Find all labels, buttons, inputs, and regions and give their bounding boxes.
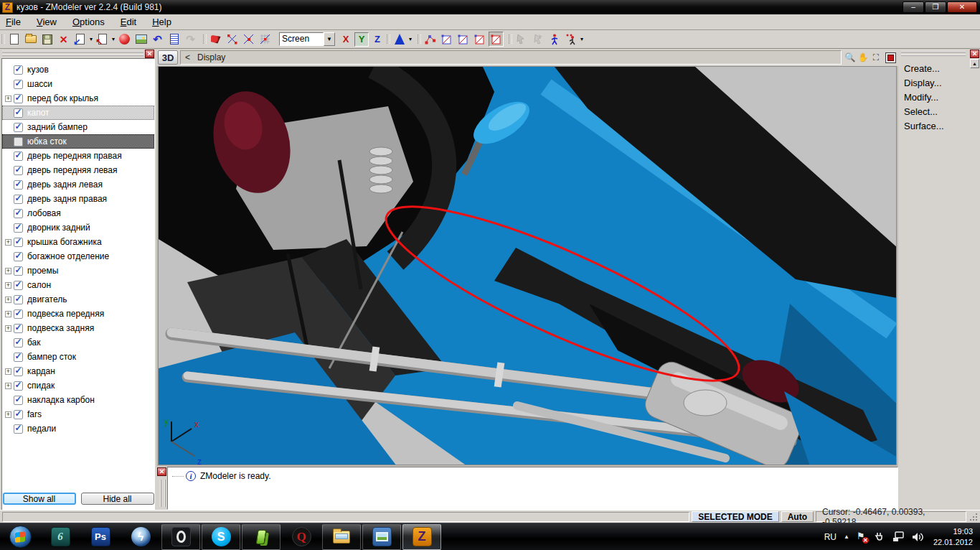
menu-file[interactable]: File (0, 15, 31, 29)
expand-plus-icon[interactable]: + (5, 411, 11, 418)
taskbar-zmodeler-button[interactable]: Z (402, 524, 441, 550)
visibility-checkbox[interactable]: ✓ (14, 209, 23, 218)
breadcrumb-back-icon[interactable]: < (185, 52, 190, 62)
show-hidden-icons-icon[interactable]: ▲ (844, 533, 849, 540)
layer-row[interactable]: +✓бак (2, 335, 154, 350)
visibility-checkbox[interactable]: ✓ (14, 137, 23, 146)
pan-icon[interactable]: ✋ (857, 51, 870, 64)
layer-row[interactable]: +✓крышка богажника (2, 235, 154, 249)
expand-plus-icon[interactable]: + (5, 239, 11, 246)
layer-row[interactable]: +✓проемы (2, 264, 154, 278)
command-create[interactable]: Create... (904, 62, 969, 76)
save-icon[interactable] (39, 32, 55, 47)
title-bar[interactable]: Z кузов - ZModeler ver 2.2.4 (Build 981)… (0, 0, 980, 14)
action-center-icon[interactable] (857, 532, 867, 542)
visibility-checkbox[interactable]: ✓ (14, 180, 23, 190)
axis-z-button[interactable]: Z (370, 32, 385, 47)
clock[interactable]: 19:03 22.01.2012 (933, 526, 973, 547)
visibility-checkbox[interactable]: ✓ (14, 338, 23, 348)
cube-object-active-icon[interactable] (489, 32, 504, 47)
language-indicator[interactable]: RU (824, 532, 837, 542)
cube-edges-2-icon[interactable] (456, 32, 471, 47)
vertices-level-icon[interactable] (423, 32, 438, 47)
delete-icon[interactable]: ✕ (56, 32, 71, 47)
visibility-checkbox[interactable]: ✓ (14, 65, 23, 75)
visibility-checkbox[interactable]: ✓ (14, 367, 23, 376)
layer-row[interactable]: +✓бампер сток (2, 350, 154, 364)
open-folder-icon[interactable] (23, 32, 38, 47)
menu-options[interactable]: Options (67, 15, 115, 29)
layer-row[interactable]: +✓юбка сток (2, 134, 154, 149)
hide-all-button[interactable]: Hide all (81, 493, 154, 505)
taskbar-explorer-button[interactable] (322, 524, 361, 550)
history-log-icon[interactable] (166, 32, 182, 47)
cube-faces-icon[interactable] (472, 32, 487, 47)
layer-row[interactable]: +✓дверь передняя правая (2, 149, 154, 163)
menu-help[interactable]: Help (146, 15, 182, 29)
dropdown-arrow-icon[interactable]: ▾ (112, 36, 115, 42)
layer-row[interactable]: +✓педали (2, 421, 154, 436)
visibility-checkbox[interactable]: ✓ (14, 266, 23, 276)
cone-icon[interactable] (392, 32, 407, 47)
layer-row[interactable]: +✓дверь задня правая (2, 192, 154, 206)
resize-grip[interactable] (969, 512, 979, 522)
texture-image-icon[interactable] (133, 32, 149, 47)
taskbar-opera-button[interactable] (161, 524, 200, 550)
visibility-checkbox[interactable]: ✓ (14, 410, 23, 419)
viewport-canvas[interactable]: y x z (158, 66, 897, 465)
expand-plus-icon[interactable]: + (5, 383, 11, 389)
visibility-checkbox[interactable]: ✓ (14, 324, 23, 333)
layer-row[interactable]: +✓перед бок крылья (2, 91, 154, 106)
lasso-icon[interactable] (514, 32, 529, 47)
auto-button[interactable]: Auto (781, 511, 814, 522)
layer-row[interactable]: +✓подвеска задняя (2, 321, 154, 335)
visibility-checkbox[interactable]: ✓ (14, 424, 23, 434)
command-select[interactable]: Select... (904, 105, 969, 119)
material-sphere-icon[interactable] (117, 32, 132, 47)
panel-drag-grip[interactable] (2, 51, 143, 56)
taskbar-start-button[interactable] (1, 524, 39, 550)
close-button[interactable]: ✕ (947, 1, 977, 13)
taskbar-photoshop-button[interactable]: Ps (81, 524, 120, 550)
frame-select-icon[interactable]: ⛶ (870, 51, 882, 64)
visibility-checkbox[interactable]: ✓ (14, 123, 23, 132)
undo-icon[interactable]: ↶ (150, 32, 165, 47)
visibility-checkbox[interactable]: ✓ (14, 281, 23, 290)
visibility-checkbox[interactable]: ✓ (14, 353, 23, 362)
layer-row[interactable]: +✓двигатель (2, 292, 154, 307)
expand-plus-icon[interactable]: + (5, 325, 11, 332)
layer-row[interactable]: +✓кардан (2, 364, 154, 378)
visibility-checkbox[interactable]: ✓ (14, 295, 23, 304)
person-multi-icon[interactable] (563, 32, 578, 47)
visibility-checkbox[interactable]: ✓ (14, 238, 23, 247)
layer-row[interactable]: +✓дверь передняя левая (2, 163, 154, 177)
vertex-cross-icon[interactable] (241, 32, 256, 47)
taskbar-skype-button[interactable]: S (202, 524, 240, 550)
redo-icon[interactable]: ↷ (183, 32, 198, 47)
layer-row[interactable]: +✓кузов (2, 62, 154, 77)
panel-drag-grip[interactable] (901, 51, 966, 56)
visibility-checkbox[interactable]: ✓ (14, 223, 23, 233)
expand-plus-icon[interactable]: + (5, 268, 11, 274)
dropdown-arrow-icon[interactable]: ▾ (409, 36, 412, 42)
layer-row[interactable]: +✓дворник задний (2, 220, 154, 235)
command-modify[interactable]: Modify... (904, 90, 969, 105)
layer-row[interactable]: +✓шасси (2, 77, 154, 91)
visibility-checkbox[interactable]: ✓ (14, 108, 23, 118)
remove-hardware-icon[interactable] (874, 531, 885, 543)
expand-plus-icon[interactable]: + (5, 368, 11, 375)
lasso-2-icon[interactable] (530, 32, 545, 47)
axis-y-button[interactable]: Y (354, 32, 369, 47)
taskbar-photoviewer-button[interactable] (362, 524, 401, 550)
screen-space-select[interactable]: Screen ▼ (279, 32, 335, 46)
zoom-icon[interactable]: 🔍 (844, 51, 857, 64)
network-icon[interactable] (892, 531, 905, 542)
expand-plus-icon[interactable]: + (5, 311, 11, 317)
visibility-checkbox[interactable]: ✓ (14, 309, 23, 319)
axis-x-button[interactable]: X (339, 32, 353, 47)
dropdown-arrow-icon[interactable]: ▾ (90, 36, 93, 42)
dropdown-arrow-icon[interactable]: ▾ (580, 36, 583, 42)
visibility-checkbox[interactable]: ✓ (14, 80, 23, 89)
scroll-up-icon[interactable]: ▲ (970, 59, 979, 68)
maximize-view-icon[interactable] (885, 52, 896, 63)
